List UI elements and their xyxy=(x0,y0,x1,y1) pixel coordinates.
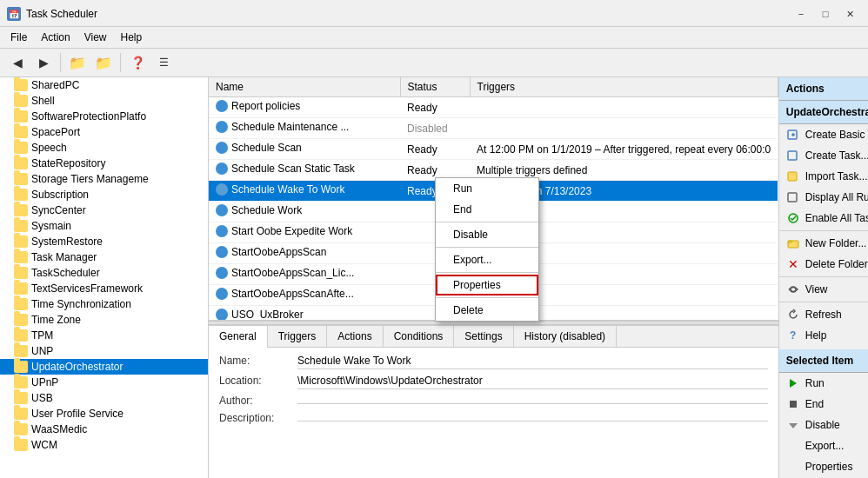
sidebar-item-tpm[interactable]: TPM xyxy=(0,328,208,343)
end-label: End xyxy=(805,398,824,410)
refresh-icon xyxy=(786,308,800,322)
toolbar-folder2[interactable]: 📁 xyxy=(91,51,116,74)
actions-title: Actions xyxy=(786,83,825,95)
sidebar-item-spaceport[interactable]: SpacePort xyxy=(0,124,208,140)
folder-icon xyxy=(14,298,28,310)
col-status[interactable]: Status xyxy=(400,77,470,97)
sidebar-item-synccenter[interactable]: SyncCenter xyxy=(0,202,208,218)
sidebar-item-softwareprotection[interactable]: SoftwareProtectionPlatfo xyxy=(0,109,208,124)
sidebar-item-wcm[interactable]: WCM xyxy=(0,437,208,453)
ctx-run[interactable]: Run xyxy=(436,178,538,199)
minimize-button[interactable]: − xyxy=(790,5,812,23)
tab-conditions[interactable]: Conditions xyxy=(384,326,455,347)
sidebar-item-systemrestore[interactable]: SystemRestore xyxy=(0,234,208,249)
toolbar-extra[interactable]: ☰ xyxy=(151,51,176,74)
import-task-label: Import Task... xyxy=(805,170,868,183)
ctx-disable[interactable]: Disable xyxy=(436,224,538,245)
sidebar-item-subscription[interactable]: Subscription xyxy=(0,187,208,202)
folder-icon xyxy=(14,95,28,107)
table-row[interactable]: Schedule Maintenance ... Disabled xyxy=(209,118,778,139)
action-end[interactable]: End xyxy=(779,394,868,415)
sidebar-item-textservices[interactable]: TextServicesFramework xyxy=(0,281,208,296)
sidebar-item-userprofile[interactable]: User Profile Service xyxy=(0,406,208,422)
title-bar: 📅 Task Scheduler − □ ✕ xyxy=(0,0,868,27)
close-button[interactable]: ✕ xyxy=(838,5,861,23)
section-label: UpdateOrchestrator xyxy=(786,106,868,118)
toolbar-help[interactable]: ❓ xyxy=(125,51,150,74)
action-enable-all[interactable]: Enable All Tasks H... xyxy=(779,208,868,229)
sidebar-item-storagetiers[interactable]: Storage Tiers Manageme xyxy=(0,171,208,187)
task-icon xyxy=(216,204,228,216)
tab-general[interactable]: General xyxy=(209,326,268,348)
toolbar-folder[interactable]: 📁 xyxy=(65,51,90,74)
author-value xyxy=(297,402,768,404)
action-properties[interactable]: Properties xyxy=(779,456,868,477)
detail-location-row: Location: \Microsoft\Windows\UpdateOrche… xyxy=(219,375,768,389)
ctx-end[interactable]: End xyxy=(436,199,538,220)
svg-rect-11 xyxy=(790,401,797,408)
task-icon xyxy=(216,246,228,258)
task-icon xyxy=(216,288,228,300)
menu-action[interactable]: Action xyxy=(34,29,77,46)
sidebar-item-unp[interactable]: UNP xyxy=(0,343,208,359)
tab-triggers[interactable]: Triggers xyxy=(268,326,328,347)
sidebar-item-taskscheduler[interactable]: TaskScheduler xyxy=(0,265,208,281)
sidebar-item-sharedpc[interactable]: SharedPC xyxy=(0,77,208,93)
maximize-button[interactable]: □ xyxy=(814,5,837,23)
location-value: \Microsoft\Windows\UpdateOrchestrator xyxy=(297,375,768,389)
action-refresh[interactable]: Refresh xyxy=(779,304,868,325)
ctx-export[interactable]: Export... xyxy=(436,249,538,270)
action-create-basic-task[interactable]: Create Basic Task... xyxy=(779,124,868,145)
sidebar-item-waasmedic[interactable]: WaaSMedic xyxy=(0,422,208,437)
delete-folder-label: Delete Folder xyxy=(805,258,868,270)
sidebar-item-staterepository[interactable]: StateRepository xyxy=(0,156,208,171)
folder-icon xyxy=(14,110,28,123)
update-orchestrator-header: UpdateOrchestrator ▲ xyxy=(779,101,868,124)
toolbar-back[interactable]: ◀ xyxy=(5,51,30,74)
sidebar-item-timezone[interactable]: Time Zone xyxy=(0,312,208,328)
task-icon xyxy=(216,183,228,196)
toolbar-forward[interactable]: ▶ xyxy=(31,51,56,74)
sidebar-item-speech[interactable]: Speech xyxy=(0,140,208,156)
action-delete-folder[interactable]: ✕ Delete Folder xyxy=(779,254,868,275)
author-label: Author: xyxy=(219,395,297,407)
folder-icon xyxy=(14,314,28,326)
action-disable[interactable]: Disable xyxy=(779,415,868,435)
ctx-separator4 xyxy=(436,297,538,298)
new-folder-label: New Folder... xyxy=(805,237,867,249)
ctx-properties[interactable]: Properties xyxy=(436,275,538,295)
ctx-delete[interactable]: Delete xyxy=(436,300,538,321)
action-import-task[interactable]: Import Task... xyxy=(779,166,868,187)
folder-icon xyxy=(14,282,28,295)
action-export[interactable]: Export... xyxy=(779,435,868,456)
action-view[interactable]: View ▶ xyxy=(779,279,868,300)
col-triggers[interactable]: Triggers xyxy=(470,77,778,97)
svg-rect-8 xyxy=(788,241,792,242)
action-new-folder[interactable]: New Folder... xyxy=(779,233,868,254)
sidebar-item-updateorchestrator[interactable]: UpdateOrchestrator xyxy=(0,359,208,375)
task-icon xyxy=(216,163,228,175)
menu-help[interactable]: Help xyxy=(114,29,150,46)
action-display-all[interactable]: Display All Runni... xyxy=(779,187,868,208)
folder-icon xyxy=(14,173,28,185)
table-row[interactable]: Schedule Scan Ready At 12:00 PM on 1/1/2… xyxy=(209,139,778,160)
menu-view[interactable]: View xyxy=(77,29,114,46)
folder-icon xyxy=(14,361,28,373)
tab-settings[interactable]: Settings xyxy=(454,326,513,347)
sidebar-item-taskmanager[interactable]: Task Manager xyxy=(0,249,208,265)
action-create-task[interactable]: Create Task... xyxy=(779,145,868,166)
action-help[interactable]: ? Help xyxy=(779,325,868,346)
tab-actions[interactable]: Actions xyxy=(327,326,383,347)
sidebar-item-shell[interactable]: Shell xyxy=(0,93,208,109)
table-row[interactable]: Report policies Ready xyxy=(209,97,778,118)
action-run[interactable]: Run xyxy=(779,373,868,394)
sidebar-item-timesync[interactable]: Time Synchronization xyxy=(0,296,208,312)
svg-marker-10 xyxy=(790,379,797,388)
tab-history[interactable]: History (disabled) xyxy=(514,326,617,347)
sidebar-item-sysmain[interactable]: Sysmain xyxy=(0,218,208,234)
sidebar-item-upnp[interactable]: UPnP xyxy=(0,375,208,390)
menu-file[interactable]: File xyxy=(3,29,34,46)
end-icon xyxy=(786,397,800,411)
sidebar-item-usb[interactable]: USB xyxy=(0,390,208,406)
col-name[interactable]: Name xyxy=(209,77,400,97)
